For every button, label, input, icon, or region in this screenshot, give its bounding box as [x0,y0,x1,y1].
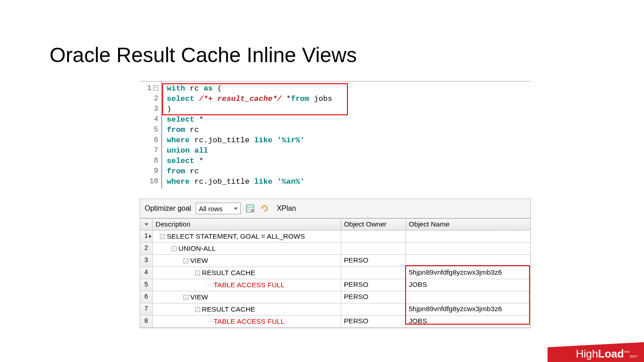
punct: ( [213,84,222,93]
table-row[interactable]: 3-VIEWPERSO [140,255,530,267]
kw: where [167,136,190,145]
plan-step-text: TABLE ACCESS FULL [214,281,284,289]
col-object-owner[interactable]: Object Owner [341,219,406,230]
plan-step-text: UNION-ALL [178,244,216,253]
refresh-icon[interactable] [260,204,269,213]
optimizer-goal-label: Optimizer goal [145,204,191,213]
dropdown-value: All rows [199,205,223,213]
cell-owner: PERSO [341,279,406,291]
text: * [194,157,203,165]
cell-object-name [406,255,530,267]
tree-toggle-icon[interactable]: - [172,246,177,251]
line-num: 9 [154,166,158,176]
cell-object-name [406,291,530,303]
punct: ) [167,105,171,113]
logo-year: 2017 [630,354,638,358]
plan-step-text: SELECT STATEMENT, GOAL = ALL_ROWS [167,232,305,240]
line-num: 4 [154,114,158,125]
row-number: 8 [140,316,153,327]
tree-toggle-icon[interactable]: - [160,234,165,239]
cell-owner: PERSO [341,255,406,267]
string: '%an%' [273,177,305,186]
kw: select [167,157,194,165]
hint: /*+ result_cache*/ [194,95,286,103]
plan-toolbar: Optimizer goal All rows XPlan [140,199,531,218]
cell-owner: PERSO [341,316,406,327]
tree-toggle-icon[interactable]: - [195,271,200,276]
logo-load: Load [598,348,624,360]
kw: select [167,115,194,124]
line-num: 8 [154,156,158,166]
cell-description: -RESULT CACHE [153,303,341,315]
cell-description: ⋯TABLE ACCESS FULL [153,279,341,291]
highload-logo: HighLoad++2017 [548,339,644,362]
kw: with [167,84,185,93]
cell-object-name: JOBS [406,279,530,291]
table-row[interactable]: 6-VIEWPERSO [140,291,530,303]
line-num: 7 [154,145,158,156]
tree-toggle-icon[interactable]: - [183,295,188,300]
tree-toggle-icon[interactable]: - [195,307,200,312]
col-object-name[interactable]: Object Name [406,219,530,230]
cell-owner [341,243,406,254]
line-num: 1 [147,83,151,94]
kw: from [167,126,185,134]
slide-title: Oracle Result Cache Inline Views [50,43,644,67]
cell-description: -VIEW [153,255,341,267]
table-row[interactable]: 4-RESULT CACHE5hjpn89vnfdfg8yzcwx3jmb3z6 [140,267,530,279]
text: * [194,115,203,124]
svg-point-3 [251,209,254,212]
table-row[interactable]: 7-RESULT CACHE5hjpn89vnfdfg8yzcwx3jmb3z6 [140,303,530,316]
row-number: 6 [140,291,153,303]
ident: jobs [309,95,332,103]
cell-object-name [406,231,530,242]
cell-owner: PERSO [341,291,406,303]
tree-toggle-icon[interactable]: - [183,258,188,263]
cell-object-name: 5hjpn89vnfdfg8yzcwx3jmb3z6 [406,303,530,315]
logo-high: High [576,348,598,360]
fold-icon[interactable]: − [153,86,158,90]
row-number: 5 [140,279,153,291]
kw: from [167,167,185,176]
cell-description: -UNION-ALL [153,243,341,254]
col-description[interactable]: Description [153,219,341,230]
ident: rc [185,84,204,93]
kw: union all [167,146,208,155]
code-body[interactable]: with rc as ( select /*+ result_cache*/ *… [161,81,531,189]
line-num: 2 [154,94,158,104]
text: rc.job_title [190,177,254,186]
cell-description: -RESULT CACHE [153,267,341,279]
cell-description: -SELECT STATEMENT, GOAL = ALL_ROWS [153,231,341,242]
plan-step-text: RESULT CACHE [202,305,255,313]
row-number: 1 [140,231,153,242]
logo-plus: ++ [624,349,630,354]
text: rc [185,126,199,134]
plan-step-text: RESULT CACHE [202,269,255,277]
cell-owner [341,231,406,242]
row-number: 3 [140,255,153,267]
cell-description: ⋯TABLE ACCESS FULL [153,316,341,327]
table-row[interactable]: 1-SELECT STATEMENT, GOAL = ALL_ROWS [140,231,530,243]
string: '%ir%' [273,136,305,145]
kw: where [167,177,190,186]
xplan-button[interactable]: XPlan [277,204,296,213]
cell-object-name [406,243,530,254]
sql-editor: 1− 2 3 4 5 6 7 8 9 10 with rc as ( selec… [140,81,531,189]
cell-owner [341,267,406,279]
optimizer-goal-dropdown[interactable]: All rows [196,203,241,214]
table-row[interactable]: 8⋯TABLE ACCESS FULLPERSOJOBS [140,316,530,328]
table-row[interactable]: 5⋯TABLE ACCESS FULLPERSOJOBS [140,279,530,291]
plan-step-text: VIEW [190,257,208,265]
corner-menu[interactable] [140,219,153,230]
text: rc [185,167,199,176]
table-row[interactable]: 2-UNION-ALL [140,243,530,255]
line-num: 5 [154,125,158,135]
star: * [286,95,291,103]
row-number: 7 [140,303,153,315]
kw: select [167,95,194,103]
plan-step-text: TABLE ACCESS FULL [214,317,284,326]
line-num: 6 [154,135,158,145]
table-icon[interactable] [245,204,255,213]
execution-plan-table: Description Object Owner Object Name 1-S… [140,218,531,328]
cell-description: -VIEW [153,291,341,303]
